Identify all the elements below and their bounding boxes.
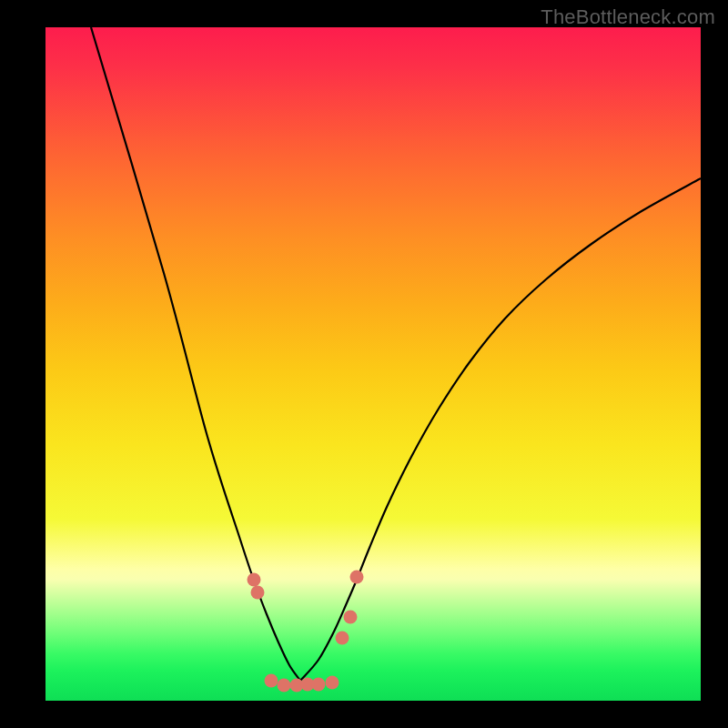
threshold-dot bbox=[326, 676, 339, 690]
curve-left-branch bbox=[91, 27, 300, 681]
threshold-dot bbox=[336, 632, 349, 645]
threshold-dot bbox=[248, 573, 261, 587]
threshold-dot bbox=[278, 679, 291, 693]
chart-svg bbox=[46, 27, 701, 701]
threshold-markers bbox=[248, 571, 364, 693]
threshold-dot bbox=[265, 674, 278, 688]
curve-right-branch bbox=[300, 178, 701, 681]
threshold-dot bbox=[350, 571, 364, 584]
bottleneck-curve bbox=[91, 27, 701, 681]
watermark-label: TheBottleneck.com bbox=[541, 5, 715, 29]
plot-area bbox=[46, 27, 701, 701]
threshold-dot bbox=[251, 586, 265, 600]
chart-frame: TheBottleneck.com bbox=[0, 0, 728, 728]
threshold-dot bbox=[312, 678, 326, 692]
threshold-dot bbox=[344, 611, 358, 624]
